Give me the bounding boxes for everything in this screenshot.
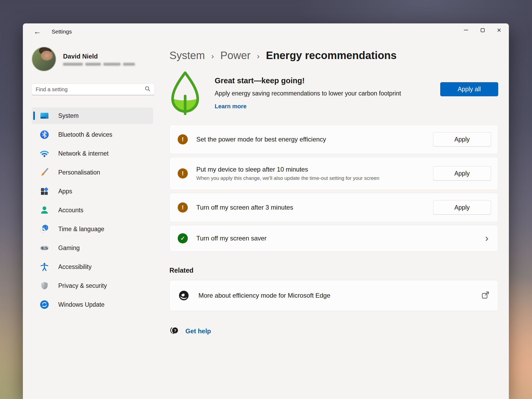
recommendation-screen-saver[interactable]: ✓ Turn off my screen saver › [169,225,498,252]
sidebar-item-label: Accounts [58,207,84,214]
breadcrumb: System › Power › Energy recommendations [169,49,498,61]
settings-window: ← Settings ✕ David Nield [23,23,509,399]
apply-button-sleep[interactable]: Apply [433,166,491,181]
sidebar-item-bluetooth-devices[interactable]: Bluetooth & devices [32,126,153,143]
close-icon: ✕ [497,27,501,33]
accessibility-person-icon [40,262,49,272]
recommendation-title: Turn off my screen after 3 minutes [196,204,293,211]
shield-icon [40,281,49,290]
check-icon: ✓ [178,233,188,243]
sidebar-item-label: Windows Update [58,301,105,308]
banner-title: Great start—keep going! [215,76,401,85]
help-bubble-icon: ? [169,326,180,336]
avatar [32,47,56,71]
energy-banner: Great start—keep going! Apply energy sav… [169,70,498,117]
recommendation-screen-off: ! Turn off my screen after 3 minutes App… [169,193,498,222]
external-link-icon [481,291,491,300]
sidebar-item-apps[interactable]: Apps [32,183,153,200]
time-language-icon [40,224,49,234]
banner-subtitle: Apply energy saving recommendations to l… [215,90,401,97]
search-icon[interactable] [145,86,151,93]
caption-controls: ✕ [458,23,507,37]
minimize-button[interactable] [458,23,474,37]
profile-subtitle-redacted [63,63,135,66]
sidebar-item-system[interactable]: System [32,107,153,124]
get-help: ? Get help [169,326,498,336]
recommendation-title: Set the power mode for best energy effic… [196,136,326,143]
chevron-right-icon: › [485,234,491,243]
apply-all-button[interactable]: Apply all [440,82,498,96]
get-help-link[interactable]: Get help [185,327,211,335]
window-title: Settings [52,28,72,35]
recommendation-sleep: ! Put my device to sleep after 10 minute… [169,157,498,190]
search-box [32,84,155,95]
bluetooth-icon [40,130,49,139]
recommendation-list: ! Set the power mode for best energy eff… [169,125,498,252]
sidebar-item-accounts[interactable]: Accounts [32,202,153,218]
apply-button-screen-off[interactable]: Apply [433,200,491,215]
recommendation-subtitle: When you apply this change, we'll also u… [196,175,379,181]
breadcrumb-power[interactable]: Power [220,49,250,61]
sidebar-item-windows-update[interactable]: Windows Update [32,296,153,313]
sidebar-item-network-internet[interactable]: Network & internet [32,145,153,162]
maximize-icon [481,28,485,32]
sidebar-item-label: Network & internet [58,150,109,157]
related-item-title: More about efficiency mode for Microsoft… [198,292,330,299]
titlebar: ← Settings ✕ [23,23,509,40]
breadcrumb-system[interactable]: System [169,49,205,61]
main-content: System › Power › Energy recommendations … [157,40,509,399]
sidebar-item-label: System [58,112,79,119]
profile-name: David Nield [63,53,135,60]
recommendation-title: Turn off my screen saver [196,235,267,242]
gamepad-icon [40,243,49,253]
chevron-right-icon: › [211,51,214,61]
apps-icon [40,186,49,196]
related-edge-link[interactable]: More about efficiency mode for Microsoft… [169,280,498,311]
related-heading: Related [169,267,498,274]
chevron-right-icon: › [257,51,260,61]
person-icon [40,205,49,215]
system-icon [40,111,49,120]
recommendation-power-mode: ! Set the power mode for best energy eff… [169,125,498,154]
svg-text:?: ? [174,328,176,333]
maximize-button[interactable] [474,23,491,37]
leaf-icon [169,70,201,117]
profile[interactable]: David Nield [32,47,157,71]
learn-more-link[interactable]: Learn more [215,103,247,110]
sidebar-item-gaming[interactable]: Gaming [32,240,153,256]
sidebar-item-label: Personalisation [58,169,100,176]
sidebar-item-label: Bluetooth & devices [58,131,112,138]
apply-button-power-mode[interactable]: Apply [433,132,491,147]
sidebar: David Nield System [23,40,157,399]
paintbrush-icon [40,168,49,177]
warning-icon: ! [178,168,188,178]
sidebar-item-time-language[interactable]: Time & language [32,221,153,237]
sync-icon [40,300,49,309]
close-button[interactable]: ✕ [491,23,507,37]
sidebar-item-privacy-security[interactable]: Privacy & security [32,277,153,294]
back-button[interactable]: ← [32,26,43,37]
page-title: Energy recommendations [266,49,397,61]
sidebar-item-label: Accessibility [58,263,92,271]
edge-icon [178,289,190,302]
wifi-icon [40,149,49,158]
sidebar-nav: System Bluetooth & devices Network & int… [32,107,157,313]
sidebar-item-label: Privacy & security [58,282,107,289]
back-arrow-icon: ← [34,27,41,36]
recommendation-title: Put my device to sleep after 10 minutes [196,166,379,173]
search-input[interactable] [36,86,145,93]
sidebar-item-label: Gaming [58,244,80,252]
minimize-icon [464,30,468,30]
warning-icon: ! [178,134,188,144]
sidebar-item-label: Time & language [58,226,104,233]
sidebar-item-accessibility[interactable]: Accessibility [32,259,153,275]
sidebar-item-personalisation[interactable]: Personalisation [32,164,153,181]
sidebar-item-label: Apps [58,188,72,195]
warning-icon: ! [178,202,188,213]
